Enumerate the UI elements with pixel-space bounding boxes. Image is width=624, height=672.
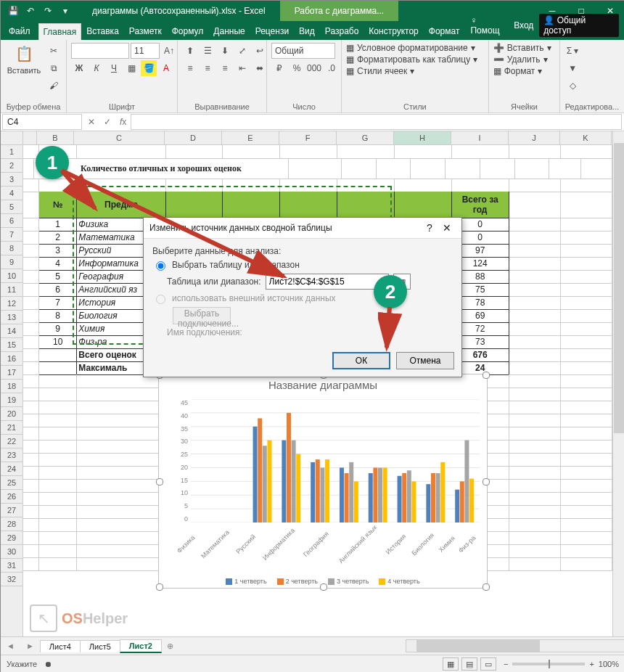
insert-icon: ➕ — [493, 43, 504, 53]
zoom-out-icon[interactable]: − — [504, 660, 508, 668]
ok-button[interactable]: ОК — [332, 352, 390, 369]
radio-select-range[interactable] — [156, 261, 165, 271]
sheet-tab-bar: ◄ ► Лист4 Лист5 Лист2 ⊕ — [1, 636, 624, 655]
tab-format[interactable]: Формат — [424, 22, 465, 40]
cut-icon[interactable]: ✂ — [46, 43, 62, 59]
sheet-nav-next-icon[interactable]: ► — [20, 642, 40, 650]
share-button[interactable]: 👤 Общий доступ — [539, 14, 619, 37]
collapse-dialog-icon[interactable]: ▦ — [393, 274, 411, 290]
svg-rect-34 — [369, 473, 373, 523]
align-top-icon[interactable]: ⬆ — [182, 43, 198, 59]
svg-rect-40 — [407, 470, 411, 523]
comma-icon[interactable]: 000 — [306, 60, 322, 76]
tab-developer[interactable]: Разрабо — [320, 22, 364, 40]
svg-rect-21 — [267, 441, 271, 523]
tab-file[interactable]: Файл — [1, 22, 38, 40]
login-link[interactable]: Вход — [514, 20, 533, 30]
svg-rect-48 — [464, 441, 469, 523]
cancel-formula-icon[interactable]: ✕ — [83, 117, 99, 127]
zoom-level[interactable]: 100% — [599, 660, 619, 668]
name-box[interactable]: C4 — [2, 114, 82, 130]
align-bottom-icon[interactable]: ⬇ — [217, 43, 233, 59]
border-icon[interactable]: ▦ — [123, 60, 139, 76]
sheet-tab[interactable]: Лист2 — [120, 639, 162, 653]
save-icon[interactable]: 💾 — [7, 4, 20, 17]
tab-layout[interactable]: Разметк — [124, 22, 167, 40]
conditional-formatting-button[interactable]: ▦Условное форматирование ▾ — [346, 43, 477, 53]
sheet-tab[interactable]: Лист4 — [40, 640, 81, 652]
view-normal-icon[interactable]: ▦ — [443, 657, 459, 671]
font-name-combo[interactable] — [71, 43, 129, 59]
sheet-tab[interactable]: Лист5 — [80, 640, 120, 652]
dialog-help-icon[interactable]: ? — [421, 222, 438, 234]
delete-cells-button[interactable]: ➖Удалить ▾ — [493, 54, 551, 65]
radio-external-source — [156, 295, 165, 304]
tab-home[interactable]: Главная — [38, 23, 82, 40]
tab-data[interactable]: Данные — [208, 22, 250, 40]
help-link[interactable]: ♀ Помощ — [470, 15, 508, 36]
autosum-icon[interactable]: Σ ▾ — [565, 43, 580, 59]
add-sheet-icon[interactable]: ⊕ — [161, 642, 179, 651]
tab-view[interactable]: Вид — [294, 22, 320, 40]
qat-more-icon[interactable]: ▾ — [59, 4, 72, 17]
horizontal-scrollbar[interactable] — [406, 639, 624, 652]
font-color-icon[interactable]: A — [158, 60, 174, 76]
cell-styles-button[interactable]: ▦Стили ячеек ▾ — [346, 66, 477, 76]
zoom-slider[interactable] — [512, 663, 585, 665]
enter-formula-icon[interactable]: ✓ — [99, 117, 115, 127]
view-pagebreak-icon[interactable]: ▭ — [480, 657, 496, 671]
fx-icon[interactable]: fx — [115, 117, 131, 127]
macro-record-icon[interactable]: ⏺ — [44, 660, 52, 668]
svg-rect-31 — [345, 473, 349, 523]
currency-icon[interactable]: ₽ — [271, 60, 287, 76]
svg-rect-49 — [469, 479, 474, 523]
clear-icon[interactable]: ◇ — [565, 78, 580, 94]
percent-icon[interactable]: % — [289, 60, 305, 76]
tab-review[interactable]: Рецензи — [250, 22, 294, 40]
tab-design[interactable]: Конструктор — [364, 22, 423, 40]
range-input[interactable] — [266, 274, 389, 290]
undo-icon[interactable]: ↶ — [24, 4, 37, 17]
formula-bar: C4 ✕ ✓ fx — [1, 113, 624, 131]
underline-icon[interactable]: Ч — [106, 60, 122, 76]
paste-button[interactable]: 📋 Вставить — [5, 43, 43, 75]
vertical-scrollbar[interactable] — [612, 131, 624, 636]
paste-icon: 📋 — [13, 43, 35, 65]
fill-icon[interactable]: ▼ — [565, 60, 580, 76]
svg-rect-32 — [349, 462, 353, 523]
group-cells: ➕Вставить ▾ ➖Удалить ▾ ▦Формат ▾ Ячейки — [489, 40, 560, 112]
insert-cells-button[interactable]: ➕Вставить ▾ — [493, 43, 551, 53]
number-format-combo[interactable]: Общий — [271, 43, 335, 59]
format-as-table-button[interactable]: ▦Форматировать как таблицу ▾ — [346, 54, 477, 65]
tab-formulas[interactable]: Формул — [167, 22, 209, 40]
inc-decimal-icon[interactable]: .0 — [324, 60, 340, 76]
sheet-nav-prev-icon[interactable]: ◄ — [1, 642, 20, 650]
cancel-button[interactable]: Отмена — [396, 352, 454, 369]
orientation-icon[interactable]: ⤢ — [234, 43, 250, 59]
copy-icon[interactable]: ⧉ — [46, 60, 62, 76]
format-cells-button[interactable]: ▦Формат ▾ — [493, 66, 551, 76]
decrease-indent-icon[interactable]: ⇤ — [234, 60, 250, 76]
font-size-combo[interactable]: 11 — [131, 43, 160, 59]
align-right-icon[interactable]: ≡ — [217, 60, 233, 76]
range-label: Таблица или диапазон: — [167, 276, 261, 287]
fill-color-icon[interactable]: 🪣 — [141, 60, 157, 76]
format-painter-icon[interactable]: 🖌 — [46, 78, 62, 94]
tab-insert[interactable]: Вставка — [81, 22, 124, 40]
bold-icon[interactable]: Ж — [71, 60, 87, 76]
align-left-icon[interactable]: ≡ — [182, 60, 198, 76]
row-headers[interactable]: 1234567891011121314151617181920212223242… — [1, 131, 23, 636]
wrap-text-icon[interactable]: ↩ — [252, 43, 268, 59]
formula-input[interactable] — [131, 114, 622, 130]
column-headers[interactable]: BCDEFGHIJK — [23, 131, 612, 145]
redo-icon[interactable]: ↷ — [41, 4, 54, 17]
italic-icon[interactable]: К — [89, 60, 104, 76]
align-middle-icon[interactable]: ☰ — [200, 43, 215, 59]
chart-object[interactable]: Название диаграммы 454035302520151050 Фи… — [158, 374, 488, 589]
view-layout-icon[interactable]: ▤ — [461, 657, 477, 671]
zoom-in-icon[interactable]: + — [589, 660, 594, 668]
align-center-icon[interactable]: ≡ — [200, 60, 215, 76]
dialog-close-icon[interactable]: ✕ — [438, 222, 456, 234]
grow-font-icon[interactable]: A↑ — [161, 43, 177, 59]
merge-icon[interactable]: ⬌ — [252, 60, 268, 76]
